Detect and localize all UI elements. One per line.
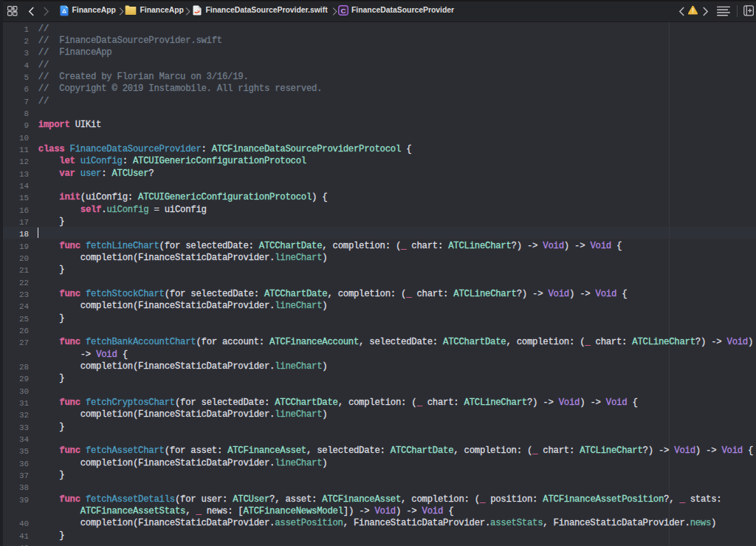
svg-text:C: C — [340, 7, 346, 15]
